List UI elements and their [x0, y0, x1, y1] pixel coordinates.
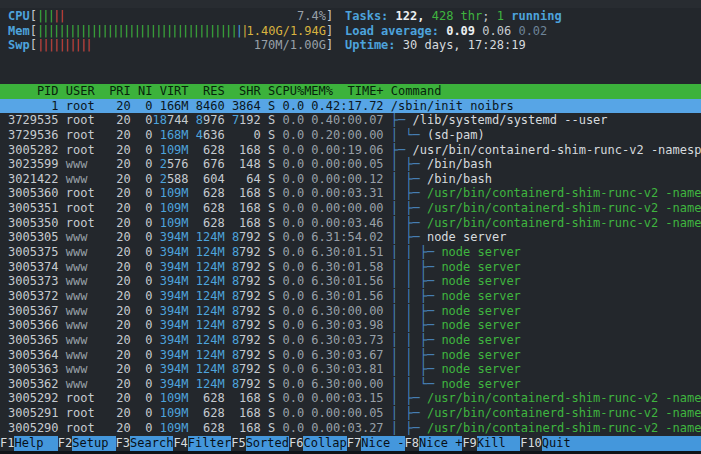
- fkey-f3-search[interactable]: F3Search: [116, 436, 174, 451]
- tree-branch[interactable]: ├─: [391, 143, 413, 158]
- ni-cell: 0: [131, 348, 153, 363]
- column-header-command[interactable]: Command: [384, 84, 442, 99]
- tree-branch[interactable]: │ ├─: [391, 230, 427, 245]
- shr-cell: 168: [225, 201, 261, 216]
- column-header-user[interactable]: USER: [66, 84, 109, 99]
- process-row[interactable]: 3005366 www200394M124M8792S0.06.30:03.98…: [0, 318, 701, 333]
- process-row[interactable]: 3005367 www200394M124M8792S0.06.30:00.00…: [0, 304, 701, 319]
- res-cell: 4636: [189, 128, 225, 143]
- column-header-cpu[interactable]: CPU%: [275, 84, 304, 99]
- virt-cell: 109M: [152, 216, 188, 231]
- process-row[interactable]: 3729535 root2001874489767192S0.00.40:00.…: [0, 113, 701, 128]
- tree-branch[interactable]: │ ├─: [391, 406, 427, 421]
- user-cell: www: [66, 333, 109, 348]
- res-cell: 628: [189, 201, 225, 216]
- pid-cell: 3005366: [8, 318, 59, 333]
- mem-cell: 6.3: [304, 348, 333, 363]
- tree-branch[interactable]: │ │ ├─: [391, 274, 442, 289]
- mem-cell: 0.0: [304, 143, 333, 158]
- stat-value: 428 thr: [432, 9, 483, 23]
- fkey-f9-kill[interactable]: F9Kill: [462, 436, 520, 451]
- fkey-f1-help[interactable]: F1Help: [0, 436, 58, 451]
- tree-branch[interactable]: ├─: [391, 113, 413, 128]
- tree-branch[interactable]: │ │ ├─: [391, 333, 442, 348]
- process-row[interactable]: 3005364 www200394M124M8792S0.06.30:03.67…: [0, 348, 701, 363]
- process-row[interactable]: 3005360 root200109M628168S0.00.00:03.31│…: [0, 186, 701, 201]
- column-header-pri[interactable]: PRI: [109, 84, 131, 99]
- tree-branch[interactable]: │ │ ├─: [391, 304, 442, 319]
- user-cell: www: [66, 230, 109, 245]
- process-row[interactable]: 3005373 www200394M124M8792S0.06.30:01.56…: [0, 274, 701, 289]
- tree-branch[interactable]: │ │ ├─: [391, 289, 442, 304]
- state-cell: S: [261, 128, 275, 143]
- tree-branch[interactable]: │ ├─: [391, 391, 427, 406]
- process-row[interactable]: 3005363 www200394M124M8792S0.06.30:03.81…: [0, 362, 701, 377]
- process-row[interactable]: 3005374 www200394M124M8792S0.06.30:01.58…: [0, 260, 701, 275]
- tree-branch[interactable]: │ ├─: [391, 157, 427, 172]
- process-row[interactable]: 3005362 www200394M124M8792S0.06.30:00.00…: [0, 377, 701, 392]
- time-cell: 0:03.81: [333, 362, 384, 377]
- column-header-mem[interactable]: MEM%: [304, 84, 333, 99]
- time-cell: 0:03.73: [333, 333, 384, 348]
- virt-cell: 394M: [152, 362, 188, 377]
- res-cell: 124M: [189, 274, 225, 289]
- tree-branch[interactable]: │ └─: [391, 128, 427, 143]
- shr-cell: 168: [225, 406, 261, 421]
- process-row[interactable]: 1 root200166M84603864S0.00.42:17.72/sbin…: [0, 99, 701, 114]
- fkey-f8-nice[interactable]: F8Nice +: [405, 436, 463, 451]
- command-text: /sbin/init noibrs: [391, 99, 514, 114]
- cpu-cell: 0.0: [275, 304, 304, 319]
- tree-branch[interactable]: │ ├─: [391, 172, 427, 187]
- pri-cell: 20: [109, 421, 131, 436]
- user-cell: www: [66, 304, 109, 319]
- column-header-pid[interactable]: PID: [8, 84, 59, 99]
- fkey-f5-sorted[interactable]: F5Sorted: [231, 436, 289, 451]
- fkey-f10-quit[interactable]: F10Quit: [520, 436, 701, 451]
- tree-branch[interactable]: │ │ ├─: [391, 245, 442, 260]
- process-row[interactable]: 3005290 root200109M628168S0.00.00:03.27│…: [0, 421, 701, 436]
- process-row[interactable]: 3005305 www200394M124M8792S0.06.31:54.02…: [0, 230, 701, 245]
- process-row[interactable]: 3023599 www2002576676148S0.00.00:00.05│ …: [0, 157, 701, 172]
- table-header-row: PID USERPRINIVIRTRESSHRSCPU%MEM%TIME+Com…: [0, 84, 701, 99]
- tree-branch[interactable]: │ │ └─: [391, 377, 442, 392]
- process-row[interactable]: 3729536 root200168M46360S0.00.20:00.00│ …: [0, 128, 701, 143]
- virt-cell: 109M: [152, 421, 188, 436]
- column-header-res[interactable]: RES: [189, 84, 225, 99]
- pri-cell: 20: [109, 157, 131, 172]
- shr-cell: 64: [225, 172, 261, 187]
- process-row[interactable]: 3005292 root200109M628168S0.00.00:03.15│…: [0, 391, 701, 406]
- fkey-f6-collap[interactable]: F6Collap: [289, 436, 347, 451]
- fkey-f4-filter[interactable]: F4Filter: [173, 436, 231, 451]
- column-header-virt[interactable]: VIRT: [152, 84, 188, 99]
- column-header-ni[interactable]: NI: [131, 84, 153, 99]
- virt-cell: 394M: [152, 230, 188, 245]
- tree-branch[interactable]: │ ├─: [391, 421, 427, 436]
- tree-branch[interactable]: │ ├─: [391, 186, 427, 201]
- process-row[interactable]: 3005282 root200109M628168S0.00.00:19.06├…: [0, 143, 701, 158]
- time-cell: 0:03.27: [333, 421, 384, 436]
- pid-cell: 3005291: [8, 406, 59, 421]
- process-row[interactable]: 3005365 www200394M124M8792S0.06.30:03.73…: [0, 333, 701, 348]
- tree-branch[interactable]: │ ├─: [391, 216, 427, 231]
- process-row[interactable]: 3005375 www200394M124M8792S0.06.30:01.51…: [0, 245, 701, 260]
- column-header-s[interactable]: S: [261, 84, 275, 99]
- load-average-line: Load average: 0.09 0.06 0.02: [345, 24, 562, 39]
- tree-branch[interactable]: │ │ ├─: [391, 260, 442, 275]
- shr-cell: 168: [225, 186, 261, 201]
- tree-branch[interactable]: │ ├─: [391, 201, 427, 216]
- process-row[interactable]: 3021422 www200258860464S0.00.00:00.12│ ├…: [0, 172, 701, 187]
- tree-branch[interactable]: │ │ ├─: [391, 318, 442, 333]
- tree-branch[interactable]: │ │ ├─: [391, 362, 442, 377]
- process-row[interactable]: 3005372 www200394M124M8792S0.06.30:01.56…: [0, 289, 701, 304]
- fkey-f7-nice[interactable]: F7Nice -: [347, 436, 405, 451]
- fkey-f2-setup[interactable]: F2Setup: [58, 436, 116, 451]
- stat-value: 17:28:19: [468, 38, 526, 52]
- process-row[interactable]: 3005350 root200109M628168S0.00.00:03.46│…: [0, 216, 701, 231]
- column-header-time[interactable]: TIME+: [333, 84, 384, 99]
- process-row[interactable]: 3005291 root200109M628168S0.00.00:00.05│…: [0, 406, 701, 421]
- command-cell: │ │ ├─ node server: [384, 245, 521, 260]
- ni-cell: 0: [131, 304, 153, 319]
- process-row[interactable]: 3005351 root200109M628168S0.00.00:00.00│…: [0, 201, 701, 216]
- column-header-shr[interactable]: SHR: [225, 84, 261, 99]
- tree-branch[interactable]: │ │ ├─: [391, 348, 442, 363]
